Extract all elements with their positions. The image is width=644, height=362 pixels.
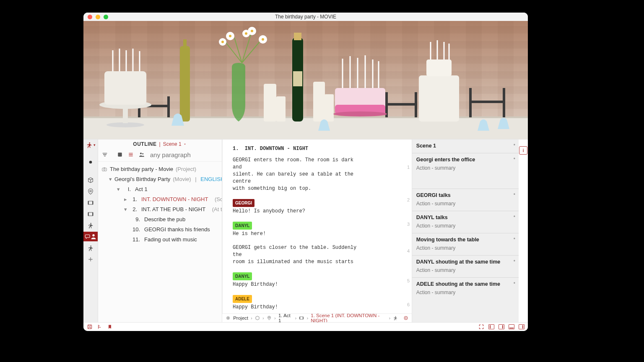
chevron-down-icon: ▾ xyxy=(109,176,112,183)
info-card[interactable]: Georgi enters the office Action - summar… xyxy=(412,153,519,189)
dialogue-line[interactable]: Hello! Is anybody there? xyxy=(233,208,358,215)
svg-rect-76 xyxy=(300,317,301,319)
info-scene-title: Scene 1 xyxy=(416,143,514,149)
svg-rect-18 xyxy=(294,33,301,40)
save-icon[interactable] xyxy=(87,324,93,330)
nav-dialogue-icon[interactable] xyxy=(83,232,98,241)
svg-rect-37 xyxy=(104,71,146,105)
minimize-window-button[interactable] xyxy=(96,15,100,19)
info-card[interactable]: Moving towards the table Action - summar… xyxy=(412,233,519,256)
panel-left-icon[interactable] xyxy=(488,324,494,330)
dialogue-line[interactable]: Happy Birthday! xyxy=(233,304,358,311)
svg-rect-16 xyxy=(183,39,187,49)
dialogue-line[interactable]: Happy Birthday! xyxy=(233,281,358,288)
panel-right-icon[interactable] xyxy=(499,324,504,330)
character-tag-danyl[interactable]: DANYL xyxy=(233,222,252,230)
camera-icon xyxy=(101,166,107,172)
editor-body[interactable]: 1. INT. DOWNTOWN - NIGHT GEORGI enters t… xyxy=(222,140,412,313)
outline-act-row[interactable]: ▾ I. Act 1 xyxy=(114,184,220,194)
crumb-scene[interactable]: 1. Scene 1 (INT. DOWNTOWN - NIGHT) xyxy=(311,313,386,323)
script-page[interactable]: 1. INT. DOWNTOWN - NIGHT GEORGI enters t… xyxy=(222,140,412,313)
outline-scene-row[interactable]: ▸ 1. INT. DOWNTOWN - NIGHT (Scene 1) xyxy=(122,194,220,204)
breadcrumb-close-icon[interactable] xyxy=(403,315,408,321)
crumb-act[interactable]: 1. Act 1 xyxy=(278,313,292,323)
info-card-sub: Action - summary xyxy=(416,165,514,171)
character-tag-georgi[interactable]: GEORGI xyxy=(233,199,254,207)
svg-rect-65 xyxy=(92,212,93,216)
info-card-sub: Action - summary xyxy=(416,245,514,251)
info-card[interactable]: DANYL shouting at the same time Action -… xyxy=(412,256,519,278)
info-card-sub: Action - summary xyxy=(416,201,514,207)
app-window: The birthday party - MOVIE xyxy=(83,13,528,331)
outline-tree: The birthday party - Movie (Project) ▾ G… xyxy=(98,162,222,322)
view-list-icon[interactable] xyxy=(127,150,134,159)
outline-panel: OUTLINE | Scene 1 xyxy=(98,140,222,322)
nav-dot-icon[interactable] xyxy=(83,157,98,167)
view-card-icon[interactable] xyxy=(117,150,123,159)
nav-film1-icon[interactable] xyxy=(83,198,98,207)
outline-beat-row[interactable]: 11. Fading out with music xyxy=(131,235,220,245)
info-panel: Scene 1 • Georgi enters the office Actio… xyxy=(412,140,519,322)
language-link[interactable]: ENGLISH xyxy=(200,176,222,183)
svg-point-73 xyxy=(228,318,229,319)
fullscreen-icon[interactable] xyxy=(478,324,484,330)
svg-rect-70 xyxy=(102,168,107,171)
info-card[interactable]: GEORGI talks Action - summary • xyxy=(412,189,519,211)
structure-icon[interactable] xyxy=(97,324,103,330)
info-scene-header[interactable]: Scene 1 • xyxy=(412,140,519,153)
info-card-headline: GEORGI talks xyxy=(416,192,514,198)
nav-cube-icon[interactable] xyxy=(83,175,98,185)
scene-heading[interactable]: 1. INT. DOWNTOWN - NIGHT xyxy=(233,145,403,153)
character-tag-danyl[interactable]: DANYL xyxy=(233,272,252,280)
svg-rect-67 xyxy=(118,153,122,156)
nav-film2-icon[interactable] xyxy=(83,209,98,219)
crumb-project[interactable]: Project xyxy=(233,315,248,321)
action-paragraph[interactable]: GEORGI gets closer to the table. Suddenl… xyxy=(233,244,358,266)
outline-search-input[interactable] xyxy=(149,151,231,159)
bookmark-icon[interactable] xyxy=(107,324,113,330)
nav-location-icon[interactable] xyxy=(83,186,98,196)
breadcrumb: Project › › › 1. Act 1 › › 1. Scene 1 (I… xyxy=(222,313,412,322)
info-card[interactable]: DANYL talks Action - summary • xyxy=(412,211,519,233)
nav-runner2-icon[interactable] xyxy=(83,243,98,253)
info-icon[interactable]: i xyxy=(519,146,527,155)
info-card-headline: Georgi enters the office xyxy=(416,157,514,163)
dialogue-line[interactable]: He is here! xyxy=(233,230,358,238)
panel-bottom-icon[interactable] xyxy=(509,324,514,330)
chevron-down-icon: ▾ xyxy=(124,206,127,213)
svg-line-21 xyxy=(242,34,251,63)
view-people-icon[interactable] xyxy=(138,150,145,159)
main: ▾ xyxy=(83,139,528,322)
outline-project-row[interactable]: The birthday party - Movie (Project) xyxy=(100,164,220,174)
character-tag-adele[interactable]: ADELE xyxy=(233,295,252,303)
svg-point-32 xyxy=(221,41,224,43)
pin-icon xyxy=(267,315,272,321)
outline-beat-row[interactable]: 9. Describe the pub xyxy=(131,215,220,225)
svg-point-66 xyxy=(92,234,94,236)
filter-icon[interactable] xyxy=(101,150,108,159)
info-card[interactable]: ADELE shouting at the same time Action -… xyxy=(412,278,519,300)
zoom-window-button[interactable] xyxy=(104,15,108,19)
svg-point-29 xyxy=(229,35,231,37)
titlebar: The birthday party - MOVIE xyxy=(83,13,528,21)
outline-title: OUTLINE xyxy=(133,141,156,147)
target-icon[interactable] xyxy=(226,315,231,321)
action-paragraph[interactable]: GEORGI enters the room. The room is dark… xyxy=(233,157,358,192)
nav-add-icon[interactable] xyxy=(83,254,98,264)
svg-rect-64 xyxy=(88,212,89,216)
close-window-button[interactable] xyxy=(88,15,92,19)
outline-movie-row[interactable]: ▾ Georgi's Birthday Party (Movie) | ENGL… xyxy=(107,174,220,184)
panel-right2-icon[interactable] xyxy=(519,324,525,330)
svg-rect-12 xyxy=(276,96,286,122)
info-card-headline: ADELE shouting at the same time xyxy=(416,281,514,287)
nav-runner-icon[interactable] xyxy=(83,220,98,230)
info-card-sub: Action - summary xyxy=(416,290,514,295)
svg-rect-77 xyxy=(303,317,304,319)
svg-rect-13 xyxy=(313,82,325,122)
window-controls xyxy=(88,15,108,19)
outline-scene-row[interactable]: ▾ 2. INT. AT THE PUB - NIGHT (At the pub… xyxy=(122,204,220,215)
runner-icon[interactable]: ▾ xyxy=(83,141,98,149)
chevron-down-icon: ▾ xyxy=(116,186,121,193)
outline-beat-row[interactable]: 10. GEORGI thanks his friends xyxy=(131,225,220,235)
outline-current-scene[interactable]: Scene 1 xyxy=(163,141,187,147)
